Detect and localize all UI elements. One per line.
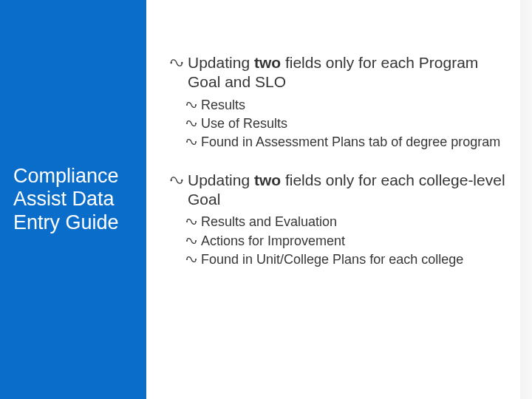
bullet-level2: Found in Unit/College Plans for each col… bbox=[185, 251, 510, 268]
svg-point-11 bbox=[195, 221, 197, 222]
svg-point-2 bbox=[186, 104, 188, 106]
bullet-text: Results bbox=[198, 97, 245, 114]
sidebar: Compliance Assist Data Entry Guide bbox=[0, 0, 146, 399]
bullet-level1: Updating two fields only for each colleg… bbox=[168, 171, 510, 210]
svg-point-14 bbox=[186, 259, 188, 260]
bullet-text: Results and Evaluation bbox=[198, 214, 337, 231]
bullet-level2: Actions for Improvement bbox=[185, 233, 510, 250]
text-bold: two bbox=[254, 171, 281, 188]
text-bold: two bbox=[254, 54, 281, 71]
svg-point-5 bbox=[195, 123, 197, 124]
bullet-level1: Updating two fields only for each Progra… bbox=[168, 53, 510, 92]
bullet-level2: Results bbox=[185, 97, 510, 114]
svg-point-9 bbox=[181, 179, 183, 180]
flourish-icon bbox=[185, 234, 198, 248]
svg-point-10 bbox=[186, 221, 188, 222]
spacer bbox=[168, 153, 510, 171]
svg-point-0 bbox=[170, 62, 171, 64]
svg-point-3 bbox=[195, 104, 197, 106]
bullet-text: Found in Unit/College Plans for each col… bbox=[198, 251, 463, 268]
flourish-icon bbox=[185, 117, 198, 130]
flourish-icon bbox=[185, 215, 198, 228]
slide: Compliance Assist Data Entry Guide Updat… bbox=[0, 0, 532, 399]
bullet-level2: Results and Evaluation bbox=[185, 214, 510, 231]
svg-point-12 bbox=[186, 240, 188, 242]
flourish-icon bbox=[185, 98, 198, 112]
svg-point-7 bbox=[195, 141, 197, 143]
bullet-text: Updating two fields only for each Progra… bbox=[185, 53, 510, 92]
flourish-icon bbox=[168, 55, 185, 71]
slide-title: Compliance Assist Data Entry Guide bbox=[13, 165, 134, 233]
decorative-stripe bbox=[520, 0, 532, 399]
svg-point-8 bbox=[170, 179, 171, 180]
flourish-icon bbox=[185, 253, 198, 266]
bullet-text: Use of Results bbox=[198, 115, 287, 132]
svg-point-15 bbox=[195, 259, 197, 260]
svg-point-1 bbox=[181, 62, 183, 64]
flourish-icon bbox=[168, 172, 185, 188]
content-area: Updating two fields only for each Progra… bbox=[146, 0, 532, 399]
svg-point-13 bbox=[195, 240, 197, 242]
bullet-level2: Use of Results bbox=[185, 115, 510, 132]
svg-point-4 bbox=[186, 123, 188, 124]
text-pre: Updating bbox=[188, 54, 254, 71]
flourish-icon bbox=[185, 135, 198, 149]
svg-point-6 bbox=[186, 141, 188, 143]
bullet-text: Updating two fields only for each colleg… bbox=[185, 171, 510, 210]
bullet-level2: Found in Assessment Plans tab of degree … bbox=[185, 134, 510, 151]
bullet-text: Actions for Improvement bbox=[198, 233, 345, 250]
bullet-text: Found in Assessment Plans tab of degree … bbox=[198, 134, 500, 151]
text-pre: Updating bbox=[188, 171, 254, 188]
